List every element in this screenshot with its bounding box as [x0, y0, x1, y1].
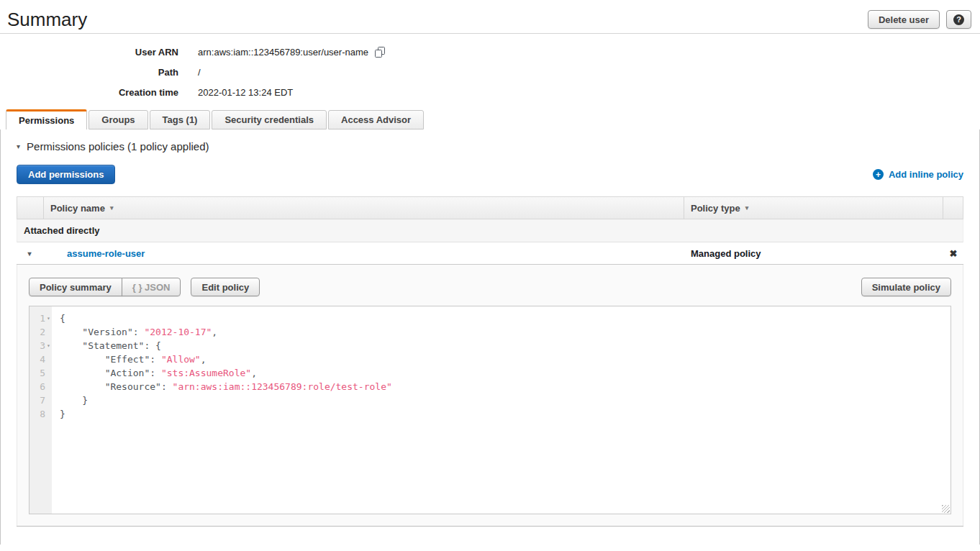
column-header-policy-type[interactable]: Policy type ▾	[684, 197, 943, 219]
code-token: "Effect"	[105, 354, 150, 365]
remove-policy-x-icon[interactable]: ✖	[950, 248, 958, 259]
policy-json-editor[interactable]: 1▾23▾45678 { "Version": "2012-10-17", "S…	[29, 306, 951, 514]
policy-view-buttons: Policy summary { } JSON Edit policy	[29, 278, 260, 296]
code-token: "Action"	[105, 368, 150, 378]
add-inline-policy-label: Add inline policy	[889, 169, 963, 180]
info-value-text: 2022-01-12 13:24 EDT	[198, 87, 293, 98]
code-token: "Statement"	[82, 340, 144, 351]
gutter-line: 6	[30, 380, 52, 393]
gutter-line: 1▾	[30, 311, 52, 325]
policy-table: Policy name ▾ Policy type ▾ Attached dir…	[17, 196, 963, 527]
column-header-policy-name[interactable]: Policy name ▾	[43, 197, 684, 219]
add-inline-policy-link[interactable]: + Add inline policy	[873, 169, 963, 180]
attached-directly-group-row: Attached directly	[17, 219, 963, 242]
gutter-line: 8	[30, 407, 52, 421]
add-permissions-button[interactable]: Add permissions	[17, 165, 115, 184]
code-token: ,	[201, 354, 207, 365]
row-expand-cell: ▾	[17, 250, 42, 258]
code-token: {	[60, 313, 65, 324]
tab-security-credentials[interactable]: Security credentials	[212, 110, 327, 129]
copy-icon[interactable]	[375, 47, 385, 58]
delete-user-button[interactable]: Delete user	[868, 10, 940, 29]
info-row: Creation time2022-01-12 13:24 EDT	[0, 86, 980, 99]
code-token	[60, 381, 105, 392]
editor-code[interactable]: { "Version": "2012-10-17", "Statement": …	[52, 306, 950, 514]
code-line: "Resource": "arn:aws:iam::123456789:role…	[60, 380, 950, 393]
row-collapse-caret-icon[interactable]: ▾	[27, 250, 31, 258]
code-line: }	[60, 393, 950, 407]
page-title: Summary	[7, 9, 87, 31]
gutter-line: 2	[30, 325, 52, 339]
permissions-tab-panel: ▾ Permissions policies (1 policy applied…	[0, 129, 980, 545]
info-row: User ARNarn:aws:iam::123456789:user/user…	[0, 45, 980, 59]
info-value-text: /	[198, 67, 201, 78]
header-actions: Delete user ?	[868, 10, 971, 29]
section-title: Permissions policies (1 policy applied)	[27, 140, 209, 152]
fold-caret-icon[interactable]: ▾	[45, 315, 52, 322]
code-token: ,	[251, 368, 257, 378]
editor-gutter: 1▾23▾45678	[30, 306, 52, 514]
code-token	[60, 368, 105, 378]
policy-table-header: Policy name ▾ Policy type ▾	[17, 196, 963, 219]
line-number: 3	[40, 340, 45, 351]
header-actions-column	[943, 197, 963, 219]
tab-access-advisor[interactable]: Access Advisor	[328, 110, 424, 129]
policy-detail-toolbar: Policy summary { } JSON Edit policy Simu…	[29, 278, 951, 296]
line-number: 8	[40, 409, 45, 419]
resize-grip-icon[interactable]	[942, 505, 950, 513]
json-view-button[interactable]: { } JSON	[122, 278, 181, 296]
tab-tags-1[interactable]: Tags (1)	[150, 110, 211, 129]
policy-actions-row: Add permissions + Add inline policy	[17, 165, 963, 184]
policy-summary-button[interactable]: Policy summary	[29, 278, 122, 296]
section-collapse-caret-icon: ▾	[17, 142, 20, 150]
policy-remove-cell: ✖	[943, 248, 963, 259]
code-token: "2012-10-17"	[144, 327, 212, 337]
sort-caret-icon: ▾	[745, 204, 749, 211]
code-token	[60, 327, 82, 337]
info-value: 2022-01-12 13:24 EDT	[198, 87, 293, 98]
gutter-line: 5	[30, 366, 52, 380]
line-number: 1	[40, 313, 45, 324]
code-line: "Statement": {	[60, 339, 950, 352]
info-label: User ARN	[0, 47, 178, 58]
edit-policy-button[interactable]: Edit policy	[191, 278, 260, 296]
code-line: "Action": "sts:AssumeRole",	[60, 366, 950, 380]
tab-permissions[interactable]: Permissions	[6, 109, 87, 129]
simulate-policy-button[interactable]: Simulate policy	[861, 278, 951, 296]
line-number: 6	[40, 381, 45, 392]
code-token	[60, 354, 105, 365]
code-line: "Effect": "Allow",	[60, 352, 950, 366]
policy-type-cell: Managed policy	[684, 248, 943, 259]
code-token	[60, 340, 82, 351]
sort-caret-icon: ▾	[110, 204, 114, 211]
code-token: :	[150, 354, 161, 365]
code-line: }	[60, 407, 950, 421]
code-token: :	[150, 368, 161, 378]
line-number: 4	[40, 354, 45, 365]
code-token: "Version"	[82, 327, 132, 337]
plus-circle-icon: +	[873, 169, 884, 180]
code-token: "Allow"	[161, 354, 201, 365]
info-value-text: arn:aws:iam::123456789:user/user-name	[198, 47, 368, 58]
page-header: Summary Delete user ?	[0, 0, 980, 26]
code-token: :	[161, 381, 173, 392]
question-mark-icon: ?	[953, 14, 964, 25]
policy-name-cell: assume-role-user	[42, 248, 684, 259]
gutter-line: 4	[30, 352, 52, 366]
info-row: Path/	[0, 65, 980, 79]
fold-caret-icon[interactable]: ▾	[45, 342, 52, 349]
info-value: /	[198, 67, 201, 78]
user-info: User ARNarn:aws:iam::123456789:user/user…	[0, 34, 980, 99]
tab-groups[interactable]: Groups	[89, 110, 148, 129]
code-token: "sts:AssumeRole"	[161, 368, 251, 378]
policy-detail-panel: Policy summary { } JSON Edit policy Simu…	[17, 265, 963, 526]
help-button[interactable]: ?	[946, 10, 971, 29]
policy-table-row: ▾ assume-role-user Managed policy ✖	[17, 242, 963, 265]
info-label: Creation time	[0, 87, 178, 98]
code-line: {	[60, 311, 950, 325]
tab-bar: PermissionsGroupsTags (1)Security creden…	[0, 109, 980, 129]
policy-type-value: Managed policy	[691, 248, 761, 259]
policy-name-link[interactable]: assume-role-user	[67, 248, 145, 259]
permissions-policies-section-header[interactable]: ▾ Permissions policies (1 policy applied…	[17, 140, 963, 152]
line-number: 7	[40, 395, 45, 406]
